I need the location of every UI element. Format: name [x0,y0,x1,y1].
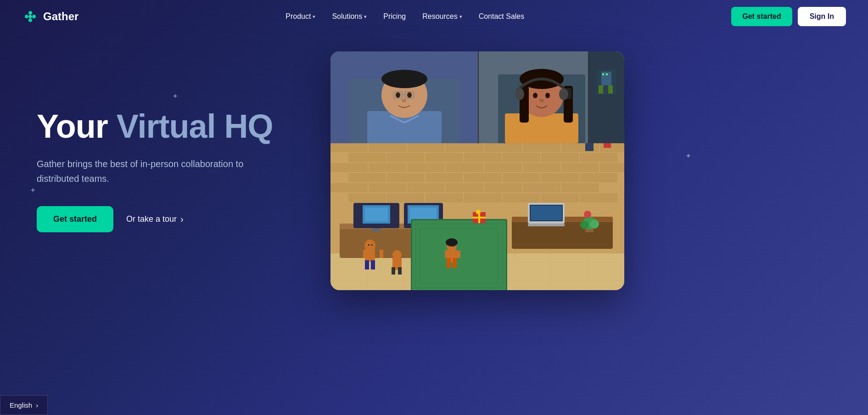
nav-links: Product ▾ Solutions ▾ Pricing Resources … [279,9,531,24]
svg-rect-32 [387,174,424,182]
hero-image [330,51,633,290]
language-label: English [10,401,32,409]
svg-rect-18 [426,153,463,162]
svg-rect-50 [542,194,578,202]
hero-content: Your Virtual HQ Gather brings the best o… [37,109,303,233]
svg-rect-99 [371,260,375,269]
game-preview [330,51,624,290]
svg-point-3 [28,18,32,22]
svg-rect-42 [485,184,521,192]
svg-rect-34 [465,174,501,182]
svg-rect-68 [372,228,381,232]
nav-item-contact: Contact Sales [472,9,531,24]
brand-logo[interactable]: Gather [22,8,78,25]
svg-rect-29 [562,163,599,172]
get-started-hero-button[interactable]: Get started [37,206,113,232]
svg-rect-26 [446,163,483,172]
svg-point-132 [407,92,412,98]
svg-rect-123 [588,51,624,143]
language-switcher[interactable]: English › [0,395,48,415]
svg-point-97 [364,240,375,251]
svg-point-0 [25,15,28,18]
headline-part-2: Virtual HQ [117,108,273,145]
svg-rect-10 [408,143,444,151]
headline-part-1: Your [37,108,117,145]
take-tour-link[interactable]: Or take a tour › [126,214,184,224]
svg-rect-152 [608,85,613,94]
svg-rect-86 [528,224,565,226]
svg-rect-37 [580,174,617,182]
svg-rect-23 [330,163,367,172]
svg-point-133 [402,99,406,102]
svg-rect-38 [330,184,367,192]
svg-rect-39 [369,184,406,192]
svg-rect-116 [398,267,402,275]
svg-rect-151 [599,85,603,94]
svg-point-110 [446,238,458,247]
get-started-nav-button[interactable]: Get started [731,7,792,26]
game-scene-svg [330,51,624,290]
language-arrow-icon: › [36,401,38,409]
svg-rect-98 [365,260,369,269]
chevron-down-icon: ▾ [459,14,462,20]
svg-rect-47 [426,194,463,202]
svg-point-131 [396,92,400,98]
svg-rect-27 [485,163,521,172]
nav-link-product[interactable]: Product ▾ [279,9,322,24]
nav-item-product: Product ▾ [279,9,322,24]
svg-point-90 [590,219,599,229]
svg-rect-24 [369,163,406,172]
svg-rect-149 [602,73,604,75]
svg-rect-44 [562,184,599,192]
svg-point-89 [580,221,588,229]
svg-rect-108 [445,251,448,258]
svg-point-1 [32,15,36,18]
nav-link-resources[interactable]: Resources ▾ [416,9,468,24]
svg-rect-103 [371,244,373,246]
nav-link-pricing[interactable]: Pricing [377,9,412,24]
nav-link-solutions[interactable]: Solutions ▾ [325,9,373,24]
sign-in-button[interactable]: Sign In [798,7,846,26]
svg-rect-46 [387,194,424,202]
svg-rect-112 [454,245,455,247]
nav-item-pricing: Pricing [377,9,412,24]
chevron-down-icon: ▾ [313,14,315,20]
svg-rect-85 [531,206,562,220]
chevron-down-icon: ▾ [364,14,367,20]
svg-rect-67 [365,208,388,221]
svg-rect-12 [485,143,521,151]
svg-rect-11 [446,143,483,151]
svg-rect-19 [465,153,501,162]
svg-rect-150 [606,73,608,75]
svg-rect-100 [363,250,367,258]
svg-point-145 [545,93,550,98]
svg-point-142 [515,88,524,100]
svg-rect-49 [503,194,540,202]
svg-rect-106 [447,258,451,268]
nav-item-resources: Resources ▾ [416,9,468,24]
svg-rect-101 [380,250,383,258]
svg-point-146 [539,99,544,102]
brand-name: Gather [43,10,78,23]
svg-rect-22 [580,153,617,162]
svg-rect-43 [523,184,560,192]
svg-rect-28 [523,163,560,172]
main-nav: Gather Product ▾ Solutions ▾ Pricing Res… [0,0,868,33]
svg-point-143 [559,88,568,100]
svg-point-91 [584,211,591,218]
gather-logo-icon [22,8,39,25]
hero-subtext: Gather brings the best of in-person coll… [37,157,275,186]
svg-rect-9 [369,143,406,151]
svg-rect-51 [580,194,617,202]
svg-rect-36 [542,174,578,182]
hero-headline: Your Virtual HQ [37,109,303,144]
svg-rect-115 [392,267,395,275]
svg-point-95 [476,210,481,214]
svg-point-144 [533,93,538,98]
nav-link-contact[interactable]: Contact Sales [472,9,531,24]
svg-rect-109 [457,251,460,258]
hero-cta: Get started Or take a tour › [37,206,303,232]
svg-rect-107 [453,258,457,268]
nav-item-solutions: Solutions ▾ [325,9,373,24]
svg-rect-16 [349,153,386,162]
